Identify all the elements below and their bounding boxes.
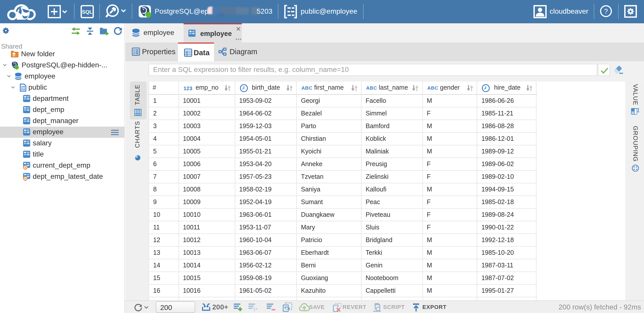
- svg-text:SQL: SQL: [82, 9, 92, 14]
- svg-text:(+): (+): [254, 306, 258, 311]
- svg-text:?: ?: [604, 8, 608, 15]
